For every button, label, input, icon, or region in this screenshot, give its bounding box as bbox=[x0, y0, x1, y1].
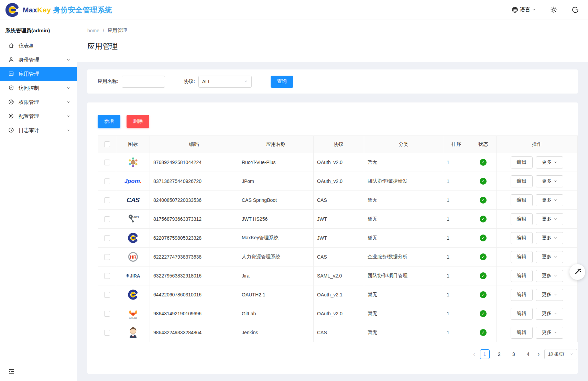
cell-actions: 编辑 更多 bbox=[497, 304, 578, 323]
row-checkbox[interactable] bbox=[104, 311, 110, 317]
query-button[interactable]: 查询 bbox=[271, 76, 293, 88]
pagination-page-1[interactable]: 1 bbox=[480, 349, 490, 359]
cell-category: 暂无 bbox=[364, 229, 443, 248]
shield-icon bbox=[8, 85, 14, 92]
breadcrumb-home-link[interactable]: home bbox=[87, 28, 99, 33]
column-header: 排序 bbox=[443, 136, 470, 153]
pagination-next-button[interactable]: › bbox=[538, 351, 540, 357]
cell-icon: JWT bbox=[116, 210, 150, 229]
sidebar-item-label: 访问控制 bbox=[19, 85, 62, 91]
page-size-select[interactable]: 10 条/页 bbox=[544, 349, 577, 359]
magic-wand-button[interactable] bbox=[569, 264, 585, 280]
language-switcher[interactable]: 语言 bbox=[512, 7, 536, 13]
more-button[interactable]: 更多 bbox=[536, 251, 563, 263]
chevron-down-icon bbox=[532, 8, 536, 12]
select-all-checkbox[interactable] bbox=[104, 141, 110, 147]
chevron-down-icon bbox=[554, 160, 557, 165]
logout-button[interactable] bbox=[572, 6, 579, 13]
sidebar-item-audit[interactable]: 日志审计 bbox=[0, 123, 77, 138]
more-button[interactable]: 更多 bbox=[536, 194, 563, 206]
app-name-input[interactable] bbox=[122, 76, 165, 88]
more-button[interactable]: 更多 bbox=[536, 156, 563, 168]
cell-sort: 1 bbox=[443, 229, 470, 248]
settings-button[interactable] bbox=[550, 6, 557, 13]
row-checkbox[interactable] bbox=[104, 160, 110, 165]
cell-name: OAUTH2.1 bbox=[238, 285, 314, 304]
cell-code: 824008507220033536 bbox=[150, 191, 238, 210]
status-enabled-icon: ✓ bbox=[480, 253, 487, 260]
chevron-down-icon bbox=[66, 128, 70, 133]
pagination-page-2[interactable]: 2 bbox=[494, 349, 504, 359]
sidebar-item-identity[interactable]: 身份管理 bbox=[0, 53, 77, 67]
edit-button[interactable]: 编辑 bbox=[511, 213, 533, 225]
add-button[interactable]: 新增 bbox=[98, 115, 120, 128]
edit-button[interactable]: 编辑 bbox=[511, 327, 533, 339]
cell-status: ✓ bbox=[470, 210, 497, 229]
edit-button[interactable]: 编辑 bbox=[511, 251, 533, 263]
row-checkbox[interactable] bbox=[104, 178, 110, 184]
breadcrumb: home / 应用管理 bbox=[87, 28, 578, 34]
app-icon-ruoyi bbox=[127, 155, 139, 170]
more-button[interactable]: 更多 bbox=[536, 232, 563, 244]
breadcrumb-separator: / bbox=[103, 28, 104, 33]
sidebar-item-privilege[interactable]: 权限管理 bbox=[0, 95, 77, 109]
cell-icon: JIRA bbox=[116, 266, 150, 285]
row-checkbox[interactable] bbox=[104, 330, 110, 336]
status-enabled-icon: ✓ bbox=[480, 235, 487, 241]
row-checkbox[interactable] bbox=[104, 292, 110, 298]
cell-protocol: CAS bbox=[314, 191, 364, 210]
pagination-page-3[interactable]: 3 bbox=[509, 349, 519, 359]
row-checkbox[interactable] bbox=[104, 197, 110, 203]
cell-sort: 1 bbox=[443, 304, 470, 323]
sidebar-item-config[interactable]: 配置管理 bbox=[0, 109, 77, 123]
row-checkbox[interactable] bbox=[104, 216, 110, 222]
topbar-actions: 语言 bbox=[512, 6, 579, 13]
edit-button[interactable]: 编辑 bbox=[511, 232, 533, 244]
breadcrumb-current: 应用管理 bbox=[108, 28, 127, 34]
cell-icon: Jpom. bbox=[116, 172, 150, 191]
edit-button[interactable]: 编辑 bbox=[511, 308, 533, 320]
pagination-pages: 1234 bbox=[480, 349, 533, 359]
cell-actions: 编辑 更多 bbox=[497, 191, 578, 210]
pagination-prev-button[interactable]: ‹ bbox=[473, 351, 475, 357]
sidebar-item-dashboard[interactable]: 仪表盘 bbox=[0, 39, 77, 53]
chevron-down-icon bbox=[66, 113, 70, 119]
more-button[interactable]: 更多 bbox=[536, 213, 563, 225]
edit-button[interactable]: 编辑 bbox=[511, 194, 533, 206]
more-button[interactable]: 更多 bbox=[536, 308, 563, 320]
edit-button[interactable]: 编辑 bbox=[511, 289, 533, 301]
table-row: CAS824008507220033536CAS SpringBootCAS暂无… bbox=[98, 191, 578, 210]
row-checkbox[interactable] bbox=[104, 235, 110, 241]
sidebar-item-apps[interactable]: 应用管理 bbox=[0, 67, 77, 81]
edit-button[interactable]: 编辑 bbox=[511, 156, 533, 168]
search-panel: 应用名称: 协议: ALL 查询 bbox=[87, 69, 578, 94]
cell-select bbox=[98, 210, 116, 229]
status-enabled-icon: ✓ bbox=[480, 329, 487, 336]
more-button[interactable]: 更多 bbox=[536, 289, 563, 301]
delete-button[interactable]: 删除 bbox=[127, 115, 149, 128]
edit-button[interactable]: 编辑 bbox=[511, 175, 533, 187]
chevron-down-icon bbox=[66, 99, 70, 105]
more-button[interactable]: 更多 bbox=[536, 270, 563, 282]
apps-table: 图标编码应用名称协议分类排序状态操作 876892492581044224Ruo… bbox=[98, 135, 578, 342]
sidebar-collapse-button[interactable] bbox=[8, 368, 15, 376]
status-enabled-icon: ✓ bbox=[480, 310, 487, 317]
edit-button[interactable]: 编辑 bbox=[511, 270, 533, 282]
row-checkbox[interactable] bbox=[104, 254, 110, 260]
cell-actions: 编辑 更多 bbox=[497, 285, 578, 304]
pagination-page-4[interactable]: 4 bbox=[523, 349, 533, 359]
cell-icon: CAS bbox=[116, 191, 150, 210]
chevron-down-icon bbox=[66, 57, 70, 63]
topbar: MaxKey身份安全管理系统 语言 bbox=[0, 0, 588, 20]
cell-select bbox=[98, 304, 116, 323]
column-header: 分类 bbox=[364, 136, 443, 153]
cell-icon bbox=[116, 153, 150, 172]
protocol-select[interactable]: ALL bbox=[198, 76, 252, 88]
row-checkbox[interactable] bbox=[104, 273, 110, 279]
more-button[interactable]: 更多 bbox=[536, 175, 563, 187]
cell-protocol: OAuth_v2.1 bbox=[314, 285, 364, 304]
more-button[interactable]: 更多 bbox=[536, 327, 563, 339]
sidebar-item-access[interactable]: 访问控制 bbox=[0, 81, 77, 95]
cell-category: 暂无 bbox=[364, 323, 443, 342]
maxkey-logo-icon bbox=[5, 2, 20, 18]
